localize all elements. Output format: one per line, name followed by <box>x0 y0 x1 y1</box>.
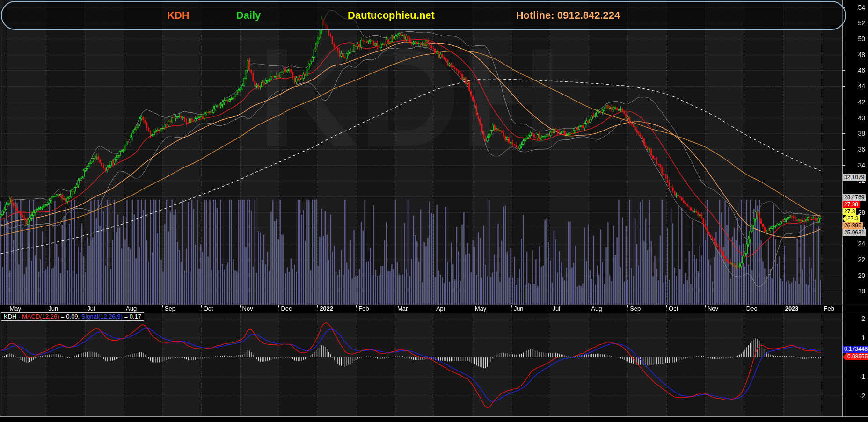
prev-close-badge: 27.3 <box>843 208 856 215</box>
ma50-value-badge: 26.895 <box>843 222 863 229</box>
price-tick-label: 24 <box>858 240 865 247</box>
signal-value-badge: 0.173446 <box>843 346 868 353</box>
price-tick-label: 52 <box>858 19 865 27</box>
bollinger-upper-badge: 28.4769 <box>843 194 866 201</box>
month-label: Jun <box>48 305 58 313</box>
ma200-value-badge: 32.1079 <box>843 174 866 181</box>
month-label: Dec <box>746 305 757 313</box>
bollinger-lower-badge: 25.9631 <box>843 229 866 236</box>
macd-label-macd-name: MACD(12,26) <box>22 313 59 320</box>
month-label: Jul <box>87 305 95 313</box>
price-tick-label: 46 <box>858 66 865 74</box>
timeframe-label: Daily <box>236 9 261 22</box>
month-label: 2023 <box>785 305 799 313</box>
price-tick-label: 20 <box>858 272 865 279</box>
ma20-value-badge: 27.38 <box>843 201 860 208</box>
macd-label-signal-value: = 0.17 <box>123 313 141 320</box>
month-label: Sep <box>165 305 175 313</box>
kdh-daily-chart-app: KDH Daily Dautucophieu.net Hotline: 0912… <box>0 0 868 422</box>
month-label: Jul <box>552 305 560 313</box>
website-label: Dautucophieu.net <box>348 9 435 22</box>
month-label: Jun <box>514 305 524 313</box>
month-label: Sep <box>630 305 641 313</box>
macd-label-symbol: KDH - <box>4 313 22 320</box>
macd-tick-label: 1 <box>861 334 865 342</box>
price-tick-label: 38 <box>858 130 865 137</box>
macd-tick-label: -1 <box>860 373 865 380</box>
macd-tick-label: -2 <box>860 392 865 400</box>
month-label: Oct <box>669 305 678 313</box>
price-tick-label: 50 <box>858 35 865 43</box>
month-label: Aug <box>126 305 137 313</box>
last-price-badge: 27.3 <box>846 215 860 222</box>
month-label: Feb <box>824 305 834 313</box>
hotline-label: Hotline: 0912.842.224 <box>516 9 620 22</box>
month-label: Feb <box>358 305 369 313</box>
macd-value-badge: 0.085556 <box>846 353 868 360</box>
macd-label-macd-value: = 0.09, <box>59 313 81 320</box>
macd-tick-label: 2 <box>861 315 865 322</box>
price-tick-label: 48 <box>858 51 865 58</box>
month-label: May <box>9 305 21 313</box>
month-label: Oct <box>204 305 213 313</box>
month-label: 2022 <box>320 305 333 313</box>
chart-canvas[interactable] <box>0 0 868 422</box>
month-label: Nov <box>708 305 718 313</box>
price-tick-label: 18 <box>858 287 865 295</box>
price-tick-label: 36 <box>858 146 865 153</box>
month-label: Dec <box>281 305 292 313</box>
price-tick-label: 44 <box>858 82 865 90</box>
price-tick-label: 22 <box>858 256 865 263</box>
header-bar: KDH Daily Dautucophieu.net Hotline: 0912… <box>1 1 846 30</box>
symbol-label: KDH <box>167 9 190 22</box>
month-label: Mar <box>397 305 408 313</box>
macd-label-signal-name: Signal(12,26,9) <box>81 313 123 320</box>
price-tick-label: 42 <box>858 98 865 106</box>
macd-indicator-label[interactable]: KDH - MACD(12,26) = 0.09, Signal(12,26,9… <box>1 312 144 321</box>
month-label: Nov <box>242 305 253 313</box>
month-label: Aug <box>591 305 602 313</box>
price-tick-label: 54 <box>858 4 865 11</box>
price-tick-label: 40 <box>858 114 865 122</box>
month-label: Apr <box>436 305 445 313</box>
month-label: May <box>475 305 487 313</box>
price-tick-label: 34 <box>858 161 865 169</box>
